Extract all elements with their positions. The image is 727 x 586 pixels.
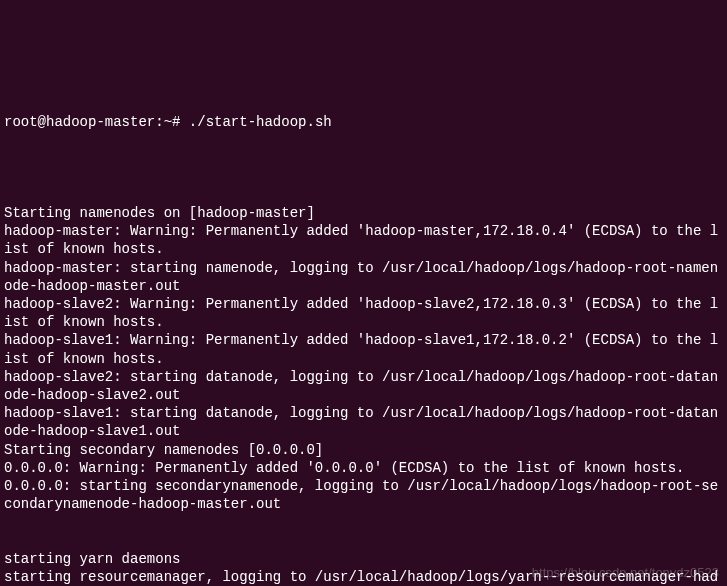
- output-line: [4, 186, 723, 204]
- prompt-user-host: root@hadoop-master: [4, 114, 155, 130]
- output-line: [4, 531, 723, 549]
- output-line: hadoop-slave1: Warning: Permanently adde…: [4, 331, 723, 367]
- output-line: hadoop-slave2: Warning: Permanently adde…: [4, 295, 723, 331]
- output-line: hadoop-master: starting namenode, loggin…: [4, 259, 723, 295]
- watermark: https://blog.csdn.net/tonydz0523: [532, 565, 719, 582]
- terminal-output[interactable]: root@hadoop-master:~# ./start-hadoop.sh …: [4, 77, 723, 586]
- prompt-path: ~: [164, 114, 172, 130]
- output-block: Starting namenodes on [hadoop-master]had…: [4, 168, 723, 586]
- prompt-colon: :: [155, 114, 163, 130]
- output-line: Starting secondary namenodes [0.0.0.0]: [4, 441, 723, 459]
- output-line: Starting namenodes on [hadoop-master]: [4, 204, 723, 222]
- output-line: [4, 513, 723, 531]
- output-line: hadoop-slave2: starting datanode, loggin…: [4, 368, 723, 404]
- output-line: hadoop-slave1: starting datanode, loggin…: [4, 404, 723, 440]
- output-line: [4, 168, 723, 186]
- output-line: hadoop-master: Warning: Permanently adde…: [4, 222, 723, 258]
- command-text: ./start-hadoop.sh: [189, 114, 332, 130]
- prompt-line: root@hadoop-master:~# ./start-hadoop.sh: [4, 113, 723, 131]
- output-line: 0.0.0.0: Warning: Permanently added '0.0…: [4, 459, 723, 477]
- output-line: 0.0.0.0: starting secondarynamenode, log…: [4, 477, 723, 513]
- prompt-hash: #: [172, 114, 180, 130]
